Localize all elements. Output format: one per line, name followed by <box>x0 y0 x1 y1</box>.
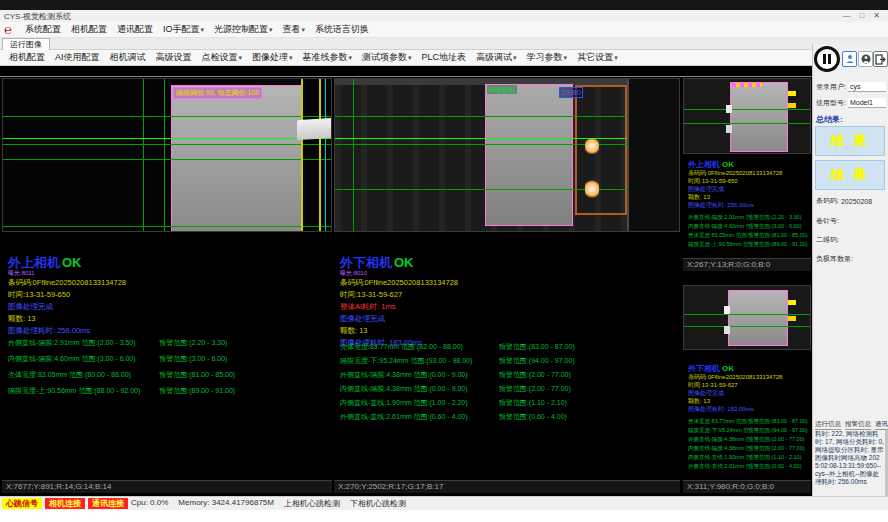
toolbar-item[interactable]: 学习参数▾ <box>522 50 573 65</box>
toolbar-item[interactable]: 相机配置 <box>4 50 50 65</box>
measurement-warning-range: 预警范围:(1.10 - 2.10) <box>499 398 678 408</box>
chevron-down-icon: ▾ <box>239 54 243 61</box>
measurement-value: 内侧直线-隔膜:4.38mm 范围:(0.00 - 9.00) <box>688 445 748 452</box>
log-tabs: 运行信息报警信息通讯信息 <box>815 420 888 430</box>
coords-bar: X:270;Y:2502;R:17;G:17;B:17 <box>334 480 680 493</box>
barcode-label: 条码码: <box>816 196 839 206</box>
done-text: 图像处理完成 <box>688 389 808 397</box>
toolbar-item[interactable]: 相机调试 <box>105 50 151 65</box>
guide-line <box>164 79 165 232</box>
marker-chip <box>788 300 796 305</box>
ai-detect-box <box>575 85 627 215</box>
coords-bar: X:311;Y:980;R:0;G:0;B:0 <box>683 480 811 493</box>
measure-line <box>3 144 332 145</box>
guide-line <box>353 79 354 232</box>
toolbar-item[interactable]: 图像处理▾ <box>247 50 298 65</box>
measurement-warning-range: 预警范围:(81.00 - 85.00) <box>748 232 808 239</box>
connector-tab <box>297 118 332 141</box>
log-text: 耗时: 222, 网络检测耗时: 17, 网络分类耗时: 0, 网络提取分区耗时… <box>815 430 884 502</box>
chevron-down-icon: ▾ <box>614 54 618 61</box>
marker-chip <box>788 91 796 96</box>
menu-item[interactable]: IO手配置▾ <box>158 22 209 37</box>
measurement-row: 外侧直线-隔膜:4.38mm 范围:(0.00 - 9.00)预警范围:(2.0… <box>688 436 808 443</box>
measurement-list: 外侧直线-隔膜:2.91mm 范围:(2.00 - 3.50)预警范围:(2.2… <box>688 214 808 250</box>
toolbar-item[interactable]: 高级调试▾ <box>471 50 522 65</box>
camera-title: 外下相机 <box>340 255 392 270</box>
count-text: 颗数: 13 <box>688 397 808 405</box>
model-field[interactable]: Model1 <box>848 98 886 108</box>
panel-divider <box>0 76 812 77</box>
control-sidebar: 登录用户: cys 使用型号: Model1 总结果: 结 果 结 果 条码码:… <box>812 44 888 510</box>
result-block-outer-lower: 外下相机OK 曝光:8010 条码码:0Ffline20250208133134… <box>340 256 678 349</box>
coords-bar: X:267;Y:13;R:0;G:0;B:0 <box>683 258 811 271</box>
menu-item[interactable]: 系统配置 <box>20 22 66 37</box>
pin-label: 卷针号: <box>816 216 839 226</box>
user-login-button[interactable] <box>842 51 857 67</box>
guide-line <box>143 79 144 232</box>
measurement-row: 内侧直线-隔膜:4.38mm 范围:(0.00 - 9.00)预警范围:(2.0… <box>340 384 678 394</box>
barcode-value: 20250208 <box>841 198 872 205</box>
measurement-row: 壳体宽度:83.77mm 范围:(82.00 - 88.00)预警范围:(83.… <box>340 342 678 352</box>
log-tab[interactable]: 运行信息 <box>815 420 841 430</box>
minimize-icon[interactable]: — <box>842 10 850 22</box>
camera-image-outer-lower[interactable]: AI绘图框 29.80 <box>334 78 680 232</box>
camera-title: 外上相机 <box>8 255 60 270</box>
maximize-icon[interactable]: □ <box>859 10 864 22</box>
close-icon[interactable]: ✕ <box>873 10 880 22</box>
toolbar-item[interactable]: 其它设置▾ <box>572 50 623 65</box>
edge-line <box>325 79 326 232</box>
menu-item[interactable]: 相机配置 <box>66 22 112 37</box>
weld-highlight <box>585 179 599 199</box>
measurement-warning-range: 预警范围:(89.00 - 91.00) <box>748 241 808 248</box>
measurement-warning-range: 预警范围:(3.00 - 6.00) <box>748 223 808 230</box>
measurement-warning-range: 预警范围:(89.00 - 91.00) <box>159 386 330 396</box>
menu-item[interactable]: 光源控制配置▾ <box>209 22 278 37</box>
camera-user-button[interactable] <box>858 51 873 67</box>
toolbar-item[interactable]: 测试项参数▾ <box>357 50 417 65</box>
qr-label: 二维码: <box>816 235 839 245</box>
measurement-row: 隔膜宽度-下:95.24mm 范围:(93.00 - 98.00)预警范围:(9… <box>688 427 808 434</box>
chevron-down-icon: ▾ <box>564 54 568 61</box>
log-tab[interactable]: 报警信息 <box>845 420 871 430</box>
measurement-row: 内侧直线-隔膜:4.60mm 范围:(3.00 - 6.00)预警范围:(3.0… <box>688 223 808 230</box>
tab-run-image[interactable]: 运行图像 <box>2 38 50 50</box>
camera-image-outer-upper[interactable]: 隔膜阈值:93, 动态阈值:100 <box>2 78 332 232</box>
marker-strip <box>732 83 762 87</box>
measurement-value: 内侧直线-直线:1.90mm 范围:(1.00 - 2.20) <box>688 454 748 461</box>
menu-item[interactable]: 通讯配置 <box>112 22 158 37</box>
measurement-row: 内侧直线-直线:1.90mm 范围:(1.00 - 2.20)预警范围:(1.1… <box>688 454 808 461</box>
camera-thumb-outer-lower[interactable] <box>683 285 811 350</box>
menu-item[interactable]: 查看▾ <box>278 22 311 37</box>
measurement-warning-range: 预警范围:(2.00 - 77.00) <box>499 384 678 394</box>
count-text: 颗数: 13 <box>688 193 808 201</box>
toolbar-item[interactable]: PLC地址表 <box>417 50 472 65</box>
measurement-list: 外侧直线-隔膜:2.91mm 范围:(2.00 - 3.50)预警范围:(2.2… <box>8 338 330 402</box>
menu-item[interactable]: 系统语言切换 <box>310 22 374 37</box>
ai-time-text: 整体AI耗时: 1ms <box>340 301 678 313</box>
toolbar-item[interactable]: 高级设置 <box>151 50 197 65</box>
login-user-field[interactable]: cys <box>848 82 886 92</box>
toolbar-item[interactable]: 点检设置▾ <box>197 50 248 65</box>
camera-thumb-outer-upper[interactable] <box>683 78 811 154</box>
toolbar-item[interactable]: AI使用配置 <box>50 50 105 65</box>
pause-button[interactable] <box>814 46 840 72</box>
measurement-value: 外侧直线-隔膜:4.38mm 范围:(0.00 - 9.00) <box>340 370 499 380</box>
measure-line <box>3 159 332 160</box>
exit-button[interactable] <box>873 51 888 67</box>
measurement-value: 壳体宽度:83.77mm 范围:(82.00 - 88.00) <box>688 418 748 425</box>
measurement-row: 隔膜宽度-上:90.56mm 范围:(88.00 - 92.00)预警范围:(8… <box>8 386 330 396</box>
measurement-value: 内侧直线-直线:1.90mm 范围:(1.00 - 2.20) <box>340 398 499 408</box>
chevron-down-icon: ▾ <box>269 26 273 33</box>
measure-line <box>684 123 811 124</box>
log-tab[interactable]: 通讯信息 <box>875 420 888 430</box>
total-result-label: 总结果: <box>816 114 843 125</box>
weld-highlight <box>724 326 730 334</box>
done-text: 图像处理完成 <box>340 313 678 325</box>
status-badge: 相机连接 <box>45 498 85 509</box>
elapsed-text: 图像处理耗时: 183.00ms <box>688 405 808 413</box>
elapsed-text: 图像处理耗时: 256.00ms <box>688 201 808 209</box>
count-text: 颗数: 13 <box>340 325 678 337</box>
toolbar-item[interactable]: 基准线参数▾ <box>298 50 358 65</box>
measurement-value: 壳体宽度:83.77mm 范围:(82.00 - 88.00) <box>340 342 499 352</box>
machinery-frame <box>627 79 680 232</box>
